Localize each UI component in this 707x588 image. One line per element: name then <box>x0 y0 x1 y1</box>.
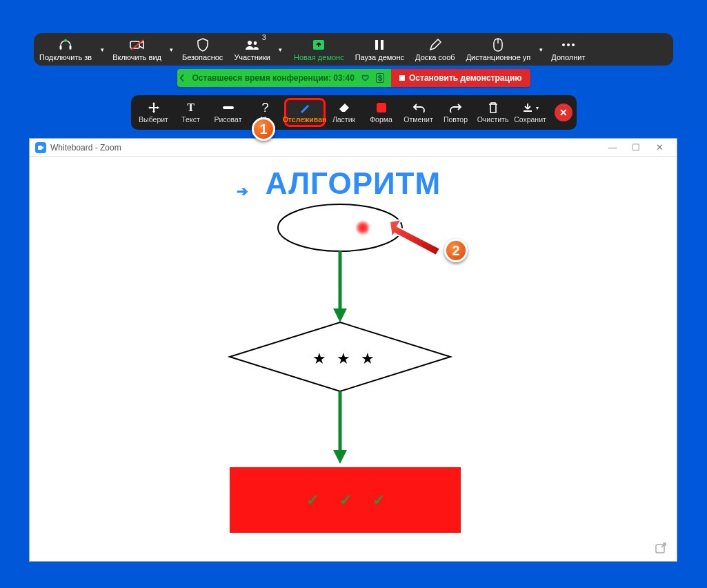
clear-label: Очистить <box>477 115 509 124</box>
undo-label: Отменит <box>404 115 433 124</box>
mouse-icon <box>493 38 503 52</box>
flow-terminal-box: ✓ ✓ ✓ <box>230 467 461 533</box>
remote-control-label: Дистанционное уп <box>466 53 531 61</box>
stop-share-label: Остановить демонстрацию <box>409 73 521 83</box>
svg-point-13 <box>572 43 575 46</box>
whiteboard-canvas[interactable]: ➔ АЛГОРИТМ ★ ★ ★ ✓ ✓ ✓ <box>30 157 677 561</box>
callout-badge-2: 2 <box>444 239 468 262</box>
stop-icon <box>399 75 405 81</box>
svg-point-5 <box>253 41 257 45</box>
select-tool[interactable]: Выберит <box>135 98 172 127</box>
color-shape-icon <box>377 101 386 114</box>
svg-marker-24 <box>333 450 347 464</box>
maximize-button[interactable]: ☐ <box>624 142 648 153</box>
draw-line-icon <box>222 101 235 114</box>
start-video-label: Включить вид <box>112 53 161 61</box>
start-video-button[interactable]: Включить вид <box>107 33 167 66</box>
pause-share-label: Пауза демонс <box>355 53 404 61</box>
remote-control-button[interactable]: Дистанционное уп <box>461 33 537 66</box>
headphones-icon <box>59 38 72 52</box>
svg-text:★: ★ <box>361 350 375 367</box>
draw-tool[interactable]: Рисоват <box>210 98 247 127</box>
meeting-controls-toolbar: Подключить зв ▾ Включить вид ▾ Безопасно… <box>34 33 673 66</box>
undo-button[interactable]: Отменит <box>400 98 437 127</box>
svg-point-11 <box>562 43 565 46</box>
annotation-toolbar: Выберит T Текст Рисоват ? Ме Отслеживан … <box>131 95 577 130</box>
minimize-button[interactable]: — <box>601 142 624 153</box>
svg-rect-0 <box>60 46 62 50</box>
svg-text:★: ★ <box>312 350 326 367</box>
more-dots-icon <box>561 38 575 52</box>
svg-rect-14 <box>223 106 234 109</box>
text-tool[interactable]: T Текст <box>172 98 210 127</box>
eraser-label: Ластик <box>332 115 355 124</box>
eraser-icon <box>338 101 350 114</box>
check-icon: ✓ <box>339 491 352 509</box>
svg-rect-8 <box>381 40 384 50</box>
redo-label: Повтор <box>444 115 468 124</box>
svg-marker-26 <box>390 219 440 255</box>
callout-badge-1: 1 <box>252 117 275 141</box>
new-share-label: Новая демонс <box>294 53 344 61</box>
remote-caret[interactable]: ▾ <box>536 46 546 53</box>
video-off-icon <box>130 38 145 52</box>
eraser-tool[interactable]: Ластик <box>326 98 363 127</box>
format-tool[interactable]: Форма <box>363 98 400 127</box>
participants-count: 3 <box>262 34 266 41</box>
redo-button[interactable]: Повтор <box>437 98 475 127</box>
check-icon: ✓ <box>372 491 385 509</box>
whiteboard-title: Whiteboard - Zoom <box>50 143 121 153</box>
join-audio-label: Подключить зв <box>39 53 92 61</box>
annotate-button[interactable]: Доска сооб <box>410 33 461 66</box>
pause-share-button[interactable]: Пауза демонс <box>350 33 410 66</box>
join-audio-button[interactable]: Подключить зв <box>34 33 97 66</box>
shield-icon <box>197 38 209 52</box>
trash-icon <box>488 101 499 114</box>
svg-point-12 <box>567 43 570 46</box>
shield-check-icon: 🛡 <box>361 74 369 82</box>
clear-button[interactable]: Очистить <box>475 98 512 127</box>
move-icon <box>148 101 160 114</box>
more-button[interactable]: Дополнит <box>546 33 590 66</box>
time-remaining-text: Оставшееся время конференции: 03:40 <box>192 73 354 83</box>
svg-point-4 <box>248 41 252 45</box>
svg-rect-15 <box>38 146 42 150</box>
select-label: Выберит <box>139 115 168 124</box>
text-label: Текст <box>181 115 199 124</box>
whiteboard-window: Whiteboard - Zoom — ☐ ✕ ➔ АЛГОРИТМ ★ ★ ★ <box>29 138 677 562</box>
audio-caret[interactable]: ▾ <box>97 46 107 53</box>
save-label: Сохранит <box>514 115 546 124</box>
pause-icon <box>375 38 384 52</box>
spotlight-tool[interactable]: Отслеживан <box>284 98 326 127</box>
format-label: Форма <box>370 115 392 124</box>
new-share-button[interactable]: Новая демонс <box>288 33 350 66</box>
stop-share-button[interactable]: Остановить демонстрацию <box>391 69 530 87</box>
redo-icon <box>450 101 462 114</box>
whiteboard-label: Доска сооб <box>415 53 455 61</box>
save-button[interactable]: ▾ Сохранит <box>512 98 549 127</box>
spotlight-pen-icon <box>299 101 311 114</box>
close-window-button[interactable]: ✕ <box>648 142 671 153</box>
svg-marker-18 <box>333 308 347 322</box>
svg-rect-7 <box>375 40 378 50</box>
participants-caret[interactable]: ▾ <box>276 46 286 53</box>
close-annotation-button[interactable]: ✕ <box>555 104 572 121</box>
callout-arrow-2 <box>386 218 448 259</box>
video-caret[interactable]: ▾ <box>167 46 177 53</box>
pencil-icon <box>429 38 441 52</box>
share-status-bar: Оставшееся время конференции: 03:40 🛡 $ … <box>177 69 530 87</box>
check-icon: ✓ <box>306 491 319 509</box>
svg-rect-1 <box>70 46 72 50</box>
export-image-icon[interactable] <box>655 542 667 554</box>
security-button[interactable]: Безопаснос <box>177 33 228 66</box>
collapse-left-icon[interactable] <box>178 69 189 87</box>
question-icon: ? <box>261 101 268 114</box>
draw-label: Рисоват <box>215 115 242 124</box>
spotlight-label: Отслеживан <box>283 115 327 124</box>
whiteboard-titlebar[interactable]: Whiteboard - Zoom — ☐ ✕ <box>30 139 677 157</box>
participants-button[interactable]: 3 Участники <box>228 33 276 66</box>
meeting-time-remaining: Оставшееся время конференции: 03:40 🛡 $ <box>177 69 391 87</box>
participants-icon: 3 <box>244 38 261 52</box>
zoom-app-icon <box>35 142 46 153</box>
more-label: Дополнит <box>551 53 585 61</box>
